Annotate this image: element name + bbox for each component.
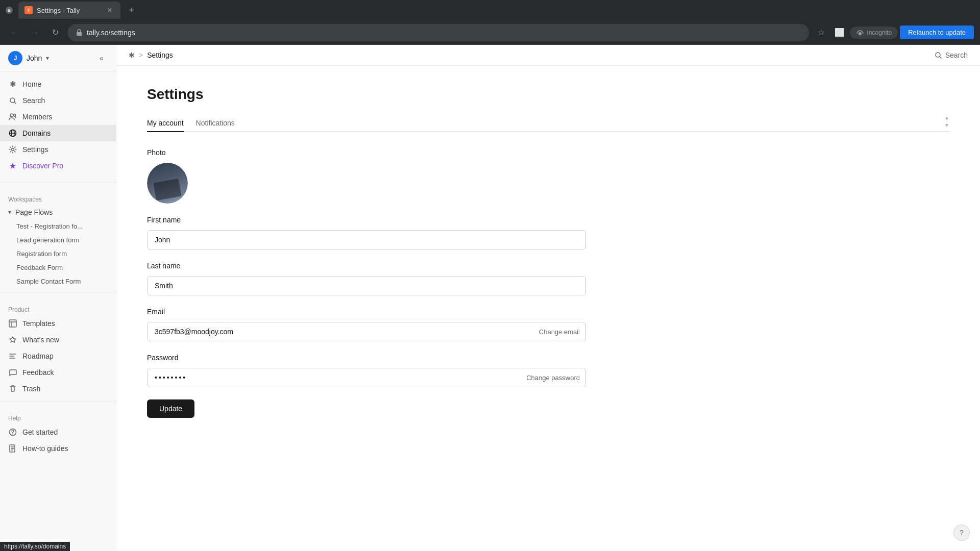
password-label: Password <box>147 354 586 362</box>
new-tab-button[interactable]: + <box>125 3 139 17</box>
workspace-item-lead-generation[interactable]: Lead generation form <box>0 233 116 247</box>
workspace-item-feedback-form[interactable]: Feedback Form <box>0 261 116 274</box>
feedback-icon <box>8 368 17 377</box>
sidebar-item-get-started[interactable]: Get started <box>0 424 116 440</box>
browser-tab-active[interactable]: T Settings - Tally ✕ <box>18 2 120 19</box>
change-email-button[interactable]: Change email <box>539 328 580 336</box>
password-field-group: Password Change password <box>147 354 586 387</box>
help-button[interactable]: ? <box>953 524 970 541</box>
header-search-label: Search <box>945 51 968 59</box>
scroll-up-icon[interactable]: ▲ <box>944 115 949 120</box>
sidebar-item-roadmap-label: Roadmap <box>22 352 54 360</box>
user-name: John <box>27 54 42 62</box>
main-header: ✱ > Settings Search <box>116 45 980 66</box>
workspace-item-sample-contact[interactable]: Sample Contact Form <box>0 274 116 288</box>
photo-avatar[interactable] <box>147 163 188 204</box>
svg-point-10 <box>12 148 14 151</box>
svg-point-15 <box>12 434 13 434</box>
sidebar: J John ▾ « ✱ Home Search <box>0 45 116 551</box>
roadmap-icon <box>8 352 17 361</box>
photo-section: Photo <box>147 148 586 204</box>
sidebar-nav: ✱ Home Search Members <box>0 72 116 178</box>
first-name-label: First name <box>147 216 586 224</box>
sidebar-item-discover-pro[interactable]: Discover Pro <box>0 158 116 174</box>
forward-button[interactable]: → <box>27 24 43 41</box>
header-search-icon <box>935 52 942 59</box>
last-name-input[interactable] <box>147 276 586 295</box>
sidebar-item-members[interactable]: Members <box>0 109 116 125</box>
incognito-label: Incognito <box>867 29 892 36</box>
status-bar-url: https://tally.so/domains <box>4 543 66 550</box>
password-input[interactable] <box>147 368 586 387</box>
sidebar-item-feedback[interactable]: Feedback <box>0 364 116 381</box>
scroll-down-icon[interactable]: ▼ <box>944 122 949 128</box>
sidebar-item-roadmap[interactable]: Roadmap <box>0 348 116 364</box>
discover-pro-icon <box>8 161 17 170</box>
first-name-input[interactable] <box>147 230 586 249</box>
sidebar-item-whats-new-label: What's new <box>22 336 59 344</box>
email-input[interactable] <box>147 322 586 341</box>
last-name-field-group: Last name <box>147 262 586 295</box>
whats-new-icon <box>8 335 17 344</box>
workspace-chevron-icon: ▾ <box>8 209 11 216</box>
sidebar-item-members-label: Members <box>22 113 52 121</box>
sidebar-item-home[interactable]: ✱ Home <box>0 76 116 92</box>
workspace-item-registration[interactable]: Registration form <box>0 247 116 261</box>
lock-icon <box>76 29 83 36</box>
avatar-decoration <box>153 179 181 201</box>
tab-my-account[interactable]: My account <box>147 115 184 132</box>
settings-title: Settings <box>147 86 949 103</box>
first-name-field-group: First name <box>147 216 586 249</box>
sidebar-item-whats-new[interactable]: What's new <box>0 332 116 348</box>
back-button[interactable]: ← <box>6 24 22 41</box>
sidebar-item-domains[interactable]: Domains <box>0 125 116 141</box>
sidebar-item-settings[interactable]: Settings <box>0 141 116 158</box>
sidebar-item-templates[interactable]: Templates <box>0 315 116 332</box>
workspaces-label: Workspaces <box>8 196 42 203</box>
sidebar-item-settings-label: Settings <box>22 145 48 154</box>
sidebar-item-domains-label: Domains <box>22 129 51 137</box>
relaunch-button[interactable]: Relaunch to update <box>900 26 974 39</box>
address-bar[interactable]: tally.so/settings <box>67 24 809 41</box>
user-dropdown-icon: ▾ <box>46 55 49 62</box>
sidebar-item-templates-label: Templates <box>22 319 55 328</box>
settings-icon <box>8 145 17 154</box>
bookmark-button[interactable]: ☆ <box>813 24 829 41</box>
tab-close-button[interactable]: ✕ <box>105 6 114 15</box>
split-screen-button[interactable]: ⬜ <box>831 24 848 41</box>
avatar-image <box>147 163 188 204</box>
sidebar-item-trash[interactable]: Trash <box>0 381 116 397</box>
reload-button[interactable]: ↻ <box>47 24 63 41</box>
url-display: tally.so/settings <box>87 29 801 37</box>
collapse-sidebar-button[interactable]: « <box>95 52 108 64</box>
sidebar-item-search[interactable]: Search <box>0 92 116 109</box>
members-icon <box>8 112 17 121</box>
workspace-page-flows[interactable]: ▾ Page Flows <box>0 205 116 219</box>
user-menu[interactable]: J John ▾ <box>8 51 49 65</box>
browser-title-bar: ≡ T Settings - Tally ✕ + <box>0 0 980 20</box>
workspaces-section-header: Workspaces <box>0 187 116 205</box>
main-body: Settings My account Notifications ▲ ▼ <box>116 66 980 551</box>
sidebar-item-discover-pro-label: Discover Pro <box>22 162 63 170</box>
svg-rect-11 <box>9 320 16 327</box>
update-button[interactable]: Update <box>147 399 194 418</box>
browser-menu-icon[interactable]: ≡ <box>4 5 14 15</box>
user-avatar: J <box>8 51 22 65</box>
email-label: Email <box>147 308 586 316</box>
settings-tabs: My account Notifications ▲ ▼ <box>147 115 949 132</box>
workspace-item-label: Sample Contact Form <box>16 278 81 285</box>
sidebar-divider-2 <box>0 292 116 293</box>
header-search-button[interactable]: Search <box>935 51 968 59</box>
incognito-indicator: Incognito <box>850 27 898 39</box>
sidebar-item-how-to-guides[interactable]: How-to guides <box>0 440 116 457</box>
change-password-button[interactable]: Change password <box>526 374 580 382</box>
breadcrumb-home-icon[interactable]: ✱ <box>129 51 135 59</box>
help-label: Help <box>8 415 21 422</box>
password-input-wrapper: Change password <box>147 368 586 387</box>
workspace-item-test-registration[interactable]: Test - Registration fo... <box>0 219 116 233</box>
sidebar-item-get-started-label: Get started <box>22 428 58 436</box>
get-started-icon <box>8 428 17 437</box>
tab-notifications[interactable]: Notifications <box>196 115 235 132</box>
svg-point-5 <box>10 114 13 117</box>
svg-point-3 <box>859 32 862 35</box>
